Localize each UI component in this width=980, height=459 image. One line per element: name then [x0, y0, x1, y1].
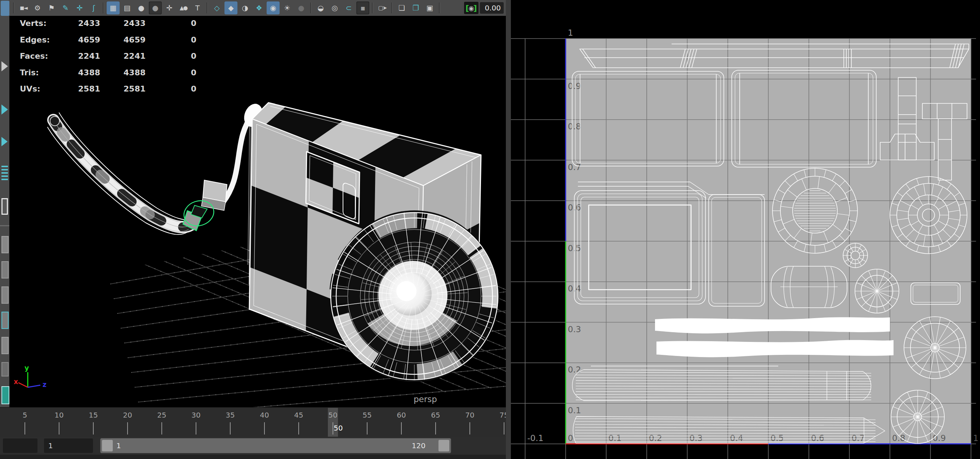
timeline-tick-label: 55 — [363, 411, 371, 419]
v-axis-label: 0.9 — [568, 81, 581, 91]
partial-shelf-icon[interactable] — [2, 261, 9, 278]
partial-shelf-icon[interactable] — [2, 337, 9, 354]
hud-value: 4659 — [124, 35, 146, 44]
lighting-icon[interactable]: ☀ — [281, 2, 294, 14]
lasso-icon[interactable]: ʃ — [87, 2, 100, 14]
motion-blur-icon[interactable]: ⊂ — [342, 2, 355, 14]
timeline-tick — [59, 422, 59, 435]
grid-icon[interactable]: ▦ — [107, 2, 119, 14]
v-axis-label: 0.8 — [568, 122, 581, 131]
shadows-icon[interactable]: ◒ — [314, 2, 327, 14]
depth-of-field-icon[interactable]: ▪ — [356, 2, 369, 14]
hud-label: Edges: — [20, 35, 50, 44]
toolbar-separator — [439, 3, 440, 13]
camera-attributes-icon[interactable]: ⚙ — [31, 2, 44, 14]
shaded-textured-icon[interactable]: ◑ — [239, 2, 251, 14]
timeline-tick — [24, 422, 25, 435]
range-slider-left-handle[interactable] — [102, 440, 113, 451]
ambient-occlusion-icon[interactable]: ◎ — [328, 2, 341, 14]
uv-editor-panel[interactable]: -0.100.10.20.30.40.50.60.70.80.9110.90.8… — [511, 0, 980, 459]
timeline-tick — [332, 422, 333, 435]
timeline-tick-label: 5 — [23, 411, 27, 419]
select-camera-icon[interactable]: ◼◄ — [17, 2, 30, 14]
image-plane-icon[interactable]: ▣ — [423, 2, 436, 14]
use-default-material-icon[interactable]: ◉ — [267, 2, 280, 14]
playback-option-field[interactable] — [3, 438, 37, 453]
safe-title-icon[interactable]: T — [191, 2, 204, 14]
range-slider-bar: 1 1 120 — [0, 437, 506, 455]
draw-region-icon[interactable]: ✎ — [59, 2, 72, 14]
time-slider[interactable]: 50 51015202530354045505560657075 — [0, 407, 506, 437]
axis-gizmo: y x z — [14, 364, 46, 388]
u-axis-label: 0.3 — [690, 434, 703, 443]
marquee-select-icon[interactable]: ▢➤ — [376, 2, 389, 14]
camera-strap — [48, 113, 194, 235]
u-axis-label: 0.2 — [649, 434, 662, 443]
resolution-gate-icon[interactable]: ● — [135, 2, 148, 14]
uv-editor-canvas: -0.100.10.20.30.40.50.60.70.80.9110.90.8… — [511, 0, 980, 459]
pan-zoom-icon[interactable]: ✛ — [73, 2, 86, 14]
wireframe-icon[interactable]: ◇ — [210, 2, 223, 14]
shaded-icon[interactable]: ◆ — [224, 2, 237, 14]
flat-lighting-icon[interactable]: ● — [295, 2, 308, 14]
hud-value: 0 — [191, 51, 196, 60]
isolate-select-icon[interactable]: ❏ — [395, 2, 408, 14]
film-gate-icon[interactable]: ▤ — [121, 2, 134, 14]
viewport-scene: Verts:243324330Edges:465946590Faces:2241… — [10, 16, 506, 407]
timeline-tick-label: 50 — [328, 411, 337, 419]
partial-shelf-icon[interactable] — [2, 312, 9, 329]
panel-divider[interactable] — [506, 0, 511, 459]
v-axis-label: 0.2 — [568, 365, 581, 374]
toolbar-separator — [372, 3, 373, 13]
range-end-label: 120 — [412, 438, 425, 453]
toolbar-separator — [207, 3, 208, 13]
v-axis-label: 1 — [568, 28, 573, 38]
partial-tool-icon[interactable] — [2, 198, 8, 215]
partial-shelf-icon[interactable] — [2, 362, 9, 376]
range-slider[interactable]: 1 120 — [100, 438, 451, 453]
timeline-tick-label: 20 — [123, 411, 132, 419]
textured-icon[interactable]: ❖ — [253, 2, 266, 14]
timeline-tick-label: 60 — [397, 411, 406, 419]
timeline-tick — [196, 422, 196, 435]
gate-mask-icon[interactable]: ● — [149, 2, 162, 14]
partial-tool-icon[interactable] — [1, 1, 10, 16]
hud-value: 4659 — [78, 35, 100, 44]
partial-tool-icon[interactable] — [2, 105, 8, 114]
perspective-viewport[interactable]: Verts:243324330Edges:465946590Faces:2241… — [10, 16, 506, 407]
partial-shelf-icon[interactable] — [2, 286, 9, 304]
range-start-field[interactable]: 1 — [44, 438, 93, 453]
isolate-add-icon[interactable]: ❐ — [409, 2, 422, 14]
toolbar-separator — [13, 3, 14, 13]
application-window: ◼◄⚙⚑✎✛ʃ▦▤●●✛▲●T◇◆◑❖◉☀●◒◎⊂▪▢➤❏❐▣[◉]0.00 — [0, 0, 980, 459]
bookmark-icon[interactable]: ⚑ — [45, 2, 58, 14]
partial-tool-icon[interactable] — [2, 166, 8, 167]
timeline-tick-label: 75 — [500, 411, 506, 419]
partial-shelf-icon[interactable] — [2, 236, 9, 253]
safe-action-icon[interactable]: ▲● — [177, 2, 190, 14]
hud-value: 2581 — [124, 84, 146, 93]
hud-value: 0 — [191, 84, 196, 93]
partial-tool-icon[interactable] — [2, 386, 10, 404]
bottom-strip — [0, 455, 506, 459]
timeline-tick — [435, 422, 436, 435]
hud-value: 4388 — [78, 68, 100, 77]
partial-tool-icon[interactable] — [2, 61, 8, 71]
timeline-tick — [298, 422, 299, 435]
timeline-tick-label: 40 — [260, 411, 269, 419]
timeline-tick-label: 70 — [465, 411, 474, 419]
field-chart-icon[interactable]: ✛ — [163, 2, 176, 14]
timeline-tick — [504, 422, 504, 435]
u-axis-label: 0.9 — [933, 434, 946, 443]
axis-z-label: z — [43, 380, 46, 388]
u-axis-label: 0 — [568, 434, 573, 443]
timeline-tick — [264, 422, 265, 435]
timeline-tick-label: 15 — [89, 411, 98, 419]
partial-tool-icon[interactable] — [2, 137, 8, 146]
camera-model[interactable] — [248, 103, 506, 402]
u-axis-label: 0.8 — [892, 434, 905, 443]
exposure-brackets-icon[interactable]: [◉] — [464, 2, 479, 14]
range-slider-right-handle[interactable] — [439, 440, 449, 451]
exposure-value-field[interactable]: 0.00 — [480, 2, 504, 14]
v-axis-label: 0.1 — [568, 406, 581, 415]
